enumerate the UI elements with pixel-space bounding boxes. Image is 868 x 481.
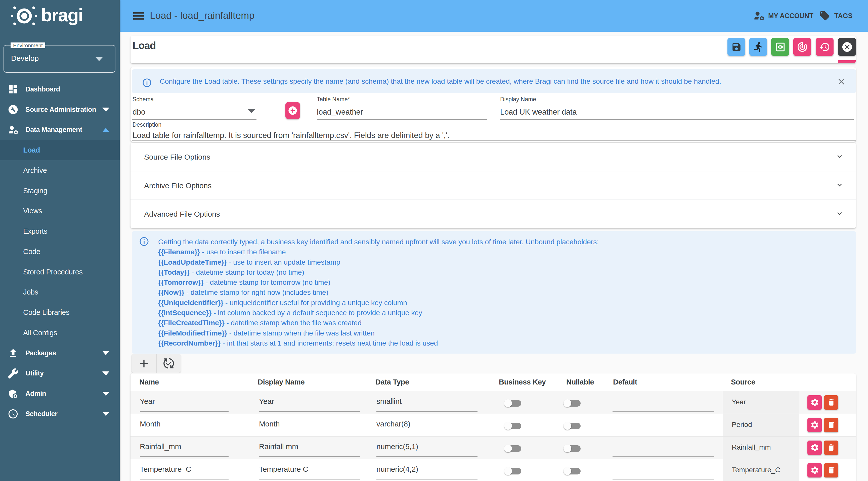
svg-text:bragi: bragi [41, 5, 83, 25]
